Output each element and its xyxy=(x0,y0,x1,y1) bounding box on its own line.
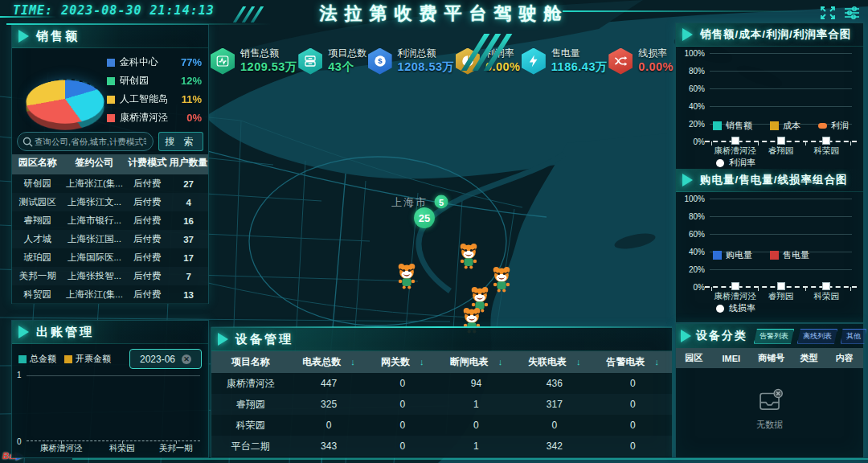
table-row: 睿翔园上海市银行...后付费16 xyxy=(12,211,208,230)
sort-icon[interactable]: ↓ xyxy=(655,357,660,367)
legend-value: 11% xyxy=(182,93,202,105)
category-tab-1[interactable]: 离线列表 xyxy=(797,329,837,344)
legend-item[interactable]: 成本 xyxy=(770,120,800,132)
table-row: 平台二期343013420 xyxy=(211,436,672,457)
shuffle-icon xyxy=(608,48,633,75)
section-arrow-icon xyxy=(682,28,693,41)
column-header[interactable]: 电表总数↓ xyxy=(289,355,367,369)
section-arrow-icon xyxy=(18,326,29,338)
legend-item[interactable]: 利润 xyxy=(818,120,849,132)
line-legend-item[interactable]: 利润率 xyxy=(716,157,755,169)
column-header: IMEI xyxy=(711,354,751,363)
column-header[interactable]: 告警电表↓ xyxy=(594,355,672,369)
sales-panel-header: 销售额 xyxy=(12,25,208,48)
mascot-marker[interactable] xyxy=(395,262,418,289)
billing-legend-item[interactable]: 总金额 xyxy=(18,353,56,365)
table-cell: 0 xyxy=(515,420,593,431)
legend-color-swatch xyxy=(18,355,27,363)
sliders-icon[interactable] xyxy=(844,6,860,20)
empty-state: 无数据 xyxy=(676,368,863,449)
sales-legend-item[interactable]: 研创园12% xyxy=(107,72,202,90)
table-cell: 94 xyxy=(437,378,515,389)
table-cell: 上海张投智... xyxy=(63,270,125,282)
legend-item[interactable]: 销售额 xyxy=(713,120,752,132)
month-picker[interactable]: 2023-06 ✕ xyxy=(129,349,202,369)
top-header: TIME: 2023-08-30 21:14:13 法拉第收费平台驾驶舱 xyxy=(0,0,868,24)
sales-legend-item[interactable]: 人工智能岛11% xyxy=(107,90,202,109)
clear-icon[interactable]: ✕ xyxy=(182,354,191,364)
column-header[interactable]: 用户数量 xyxy=(169,156,208,170)
kpi-label: 线损率 xyxy=(638,47,674,59)
dollar-icon: $ xyxy=(368,48,392,75)
chart-section: 销售额/成本/利润/利润率合图康桥漕河泾睿翔园科荣园销售额成本利润100%80%… xyxy=(676,23,863,169)
sales-panel: 销售额 金科中心77%研创园12%人工智能岛11%康桥漕河泾0% 搜 索 园区名… xyxy=(11,24,209,304)
column-header: 商铺号 xyxy=(751,352,792,364)
legend-label: 售电量 xyxy=(783,249,809,261)
kpi-stat: 项目总数43个 xyxy=(298,40,366,82)
section-arrow-icon xyxy=(218,333,228,346)
table-cell: 1 xyxy=(437,399,515,410)
table-header-row: 项目名称电表总数↓网关数↓断闸电表↓失联电表↓告警电表↓ xyxy=(211,351,672,373)
table-row: 科贸园上海张江(集...后付费13 xyxy=(12,285,208,304)
page-title: 法拉第收费平台驾驶舱 xyxy=(319,2,568,26)
table-cell: 测试园区 xyxy=(12,196,63,208)
billing-legend-item[interactable]: 开票金额 xyxy=(64,353,111,365)
device-panel-title: 设备管理 xyxy=(235,332,293,347)
category-tab-2[interactable]: 其他 xyxy=(841,329,866,344)
column-header[interactable]: 网关数↓ xyxy=(368,355,437,369)
chart-legend: 购电量售电量 xyxy=(713,249,809,261)
category-tab-0[interactable]: 告警列表 xyxy=(754,329,794,344)
sort-icon[interactable]: ↓ xyxy=(420,357,424,367)
line-point-marker xyxy=(777,137,785,145)
sales-legend-item[interactable]: 康桥漕河泾0% xyxy=(107,109,202,127)
column-header: 计费模式 xyxy=(126,156,170,170)
table-cell: 上海张江(集... xyxy=(63,289,125,301)
device-panel-header: 设备管理 xyxy=(211,328,672,351)
device-panel: 设备管理 项目名称电表总数↓网关数↓断闸电表↓失联电表↓告警电表↓康桥漕河泾44… xyxy=(211,327,673,458)
axis-label: 康桥漕河泾 xyxy=(714,291,757,302)
sort-icon[interactable]: ↓ xyxy=(498,357,503,367)
legend-color-swatch xyxy=(107,96,115,104)
legend-item[interactable]: 购电量 xyxy=(713,249,752,261)
device-category-panel: 设备分类 告警列表离线列表其他 园区IMEI商铺号类型内容 无数据 xyxy=(675,323,864,458)
table-cell: 0 xyxy=(289,420,367,431)
sales-legend: 金科中心77%研创园12%人工智能岛11%康桥漕河泾0% xyxy=(107,53,202,127)
legend-label: 线损率 xyxy=(729,302,755,314)
sort-icon[interactable]: ↓ xyxy=(576,357,581,367)
table-row: 琥珀园上海国际医...后付费17 xyxy=(12,248,208,267)
table-cell: 后付费 xyxy=(126,252,170,264)
legend-color-swatch xyxy=(107,59,115,67)
kpi-label: 售电量 xyxy=(551,47,608,59)
search-button[interactable]: 搜 索 xyxy=(158,132,203,151)
line-point-marker xyxy=(822,282,830,290)
chart-title: 销售额/成本/利润/利润率合图 xyxy=(700,27,851,42)
table-header-row: 园区名称签约公司计费模式用户数量 xyxy=(12,154,208,174)
column-header[interactable]: 失联电表↓ xyxy=(515,355,593,369)
legend-label: 总金额 xyxy=(30,353,56,365)
column-header[interactable]: 断闸电表↓ xyxy=(437,355,515,369)
line-legend-item[interactable]: 线损率 xyxy=(716,302,755,314)
sales-legend-item[interactable]: 金科中心77% xyxy=(107,53,202,72)
table-cell: 研创园 xyxy=(12,178,63,190)
table-cell: 上海张江国... xyxy=(63,233,125,245)
legend-item[interactable]: 售电量 xyxy=(770,249,809,261)
table-cell: 上海张江(集... xyxy=(63,178,125,190)
legend-label: 金科中心 xyxy=(120,55,181,69)
table-row: 康桥漕河泾4470944360 xyxy=(211,373,672,394)
cluster-badge[interactable]: 25 xyxy=(414,207,435,228)
fullscreen-icon[interactable] xyxy=(820,6,836,20)
kpi-stat: 售电量1186.43万 xyxy=(522,40,608,82)
cluster-badge[interactable]: 5 xyxy=(435,195,448,209)
table-cell: 美邦一期 xyxy=(12,270,63,282)
mascot-marker[interactable] xyxy=(457,242,480,269)
section-arrow-icon xyxy=(682,174,693,186)
table-cell: 后付费 xyxy=(126,215,170,227)
billing-legend: 总金额开票金额 xyxy=(18,353,129,365)
sort-icon[interactable]: ↓ xyxy=(350,357,355,367)
mascot-marker[interactable] xyxy=(490,265,513,293)
search-input[interactable] xyxy=(33,136,148,147)
table-cell: 0 xyxy=(368,378,437,389)
park-table: 园区名称签约公司计费模式用户数量研创园上海张江(集...后付费27测试园区上海张… xyxy=(12,154,208,304)
table-row: 研创园上海张江(集...后付费27 xyxy=(12,174,208,193)
table-cell: 0 xyxy=(368,420,437,431)
